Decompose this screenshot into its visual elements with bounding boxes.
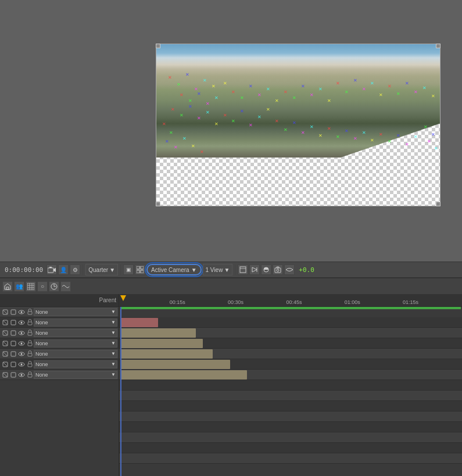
corner-handle-tr[interactable] <box>436 44 440 48</box>
layer-3-switch-1[interactable] <box>1 329 9 337</box>
layer-7-eye-icon[interactable] <box>17 371 26 379</box>
layer-row-7: None ▼ <box>0 370 119 380</box>
track-bar-4[interactable] <box>120 339 203 348</box>
settings-icon-btn[interactable]: ⚙ <box>70 264 80 275</box>
offset-display: +0.0 <box>296 266 317 274</box>
track-row-empty-5 <box>119 422 462 432</box>
timeline-grid-btn[interactable] <box>26 281 36 292</box>
svg-rect-81 <box>137 270 139 273</box>
track-bar-5[interactable] <box>120 349 213 359</box>
layer-3-parent-dropdown[interactable]: None ▼ <box>34 329 117 337</box>
track-bar-7[interactable] <box>120 370 247 380</box>
corner-handle-bl[interactable] <box>156 202 160 206</box>
svg-rect-92 <box>6 287 9 289</box>
track-area: 00:15s 00:30s 00:45s 01:00s 01:15s <box>119 294 462 476</box>
layer-2-lock-icon[interactable] <box>26 318 34 327</box>
layer-5-eye-icon[interactable] <box>17 350 26 358</box>
timeline-wave-btn[interactable] <box>60 281 71 292</box>
track-row-4 <box>119 338 462 349</box>
svg-rect-103 <box>11 310 16 314</box>
layer-1-switch-2[interactable] <box>9 308 17 316</box>
viewer-toolbar: 0:00:00:00 👤 ⚙ Quarter ▼ ▣ Acti <box>0 262 462 278</box>
camera-view-label: Active Camera <box>151 267 189 273</box>
layer-2-parent-chevron: ▼ <box>111 320 116 325</box>
layer-6-switch-1[interactable] <box>1 360 9 368</box>
layer-1-eye-icon[interactable] <box>17 308 26 316</box>
svg-rect-121 <box>11 341 16 346</box>
layer-7-parent-dropdown[interactable]: None ▼ <box>34 371 117 379</box>
playhead-marker[interactable] <box>120 295 126 301</box>
ruler-mark-15s: 00:15s <box>170 299 185 305</box>
layer-4-eye-icon[interactable] <box>17 339 26 348</box>
separator-1 <box>83 264 83 275</box>
layer-6-switch-2[interactable] <box>9 360 17 368</box>
svg-rect-112 <box>28 322 32 325</box>
layer-row-1: None ▼ <box>0 307 119 317</box>
svg-rect-124 <box>28 343 32 346</box>
track-row-empty-2 <box>119 391 462 401</box>
layer-5-lock-icon[interactable] <box>26 350 34 358</box>
svg-marker-77 <box>53 268 56 272</box>
track-bar-3[interactable] <box>120 328 196 338</box>
layer-7-lock-icon[interactable] <box>26 371 34 379</box>
active-camera-dropdown[interactable]: Active Camera ▼ <box>146 264 201 275</box>
layer-3-switch-2[interactable] <box>9 329 17 337</box>
circle-icon: ○ <box>41 283 44 289</box>
separator-2 <box>120 264 121 275</box>
layer-1-parent-dropdown[interactable]: None ▼ <box>34 308 117 316</box>
layer-7-switch-2[interactable] <box>9 371 17 379</box>
layer-7-switch-1[interactable] <box>1 371 9 379</box>
corner-handle-tl[interactable] <box>156 44 160 48</box>
snapshot-btn[interactable] <box>273 264 283 275</box>
svg-rect-90 <box>277 267 279 268</box>
ruler-mark-45s: 00:45s <box>286 299 302 305</box>
layer-2-switch-2[interactable] <box>9 318 17 327</box>
track-row-empty-1 <box>119 380 462 391</box>
layer-6-lock-icon[interactable] <box>26 360 34 368</box>
timeline-panel: 👥 ○ <box>0 278 462 476</box>
timeline-content: Parent None ▼ <box>0 294 462 476</box>
magnification-chevron: ▼ <box>109 267 115 273</box>
timeline-people-btn[interactable]: 👥 <box>14 281 24 292</box>
layer-5-switch-2[interactable] <box>9 350 17 358</box>
layer-row-6: None ▼ <box>0 359 119 370</box>
track-row-7 <box>119 370 462 380</box>
timeline-clock-btn[interactable] <box>49 281 59 292</box>
layer-4-switch-1[interactable] <box>1 339 9 348</box>
layer-5-parent-dropdown[interactable]: None ▼ <box>34 350 117 358</box>
layer-5-switch-1[interactable] <box>1 350 9 358</box>
camera-icon-btn[interactable] <box>46 264 57 275</box>
layer-3-lock-icon[interactable] <box>26 329 34 337</box>
resolution-icon-btn[interactable]: ▣ <box>123 264 134 275</box>
svg-rect-130 <box>28 353 32 356</box>
layer-3-eye-icon[interactable] <box>17 329 26 337</box>
timeline-circle-btn[interactable]: ○ <box>37 281 48 292</box>
magnification-dropdown[interactable]: Quarter ▼ <box>85 264 118 275</box>
exposure-btn[interactable] <box>261 264 271 275</box>
fast-preview-btn[interactable] <box>249 264 260 275</box>
view-count-label: 1 View <box>206 267 223 273</box>
render-settings-btn[interactable] <box>238 264 248 275</box>
layer-4-lock-icon[interactable] <box>26 339 34 348</box>
corner-handle-br[interactable] <box>436 202 440 206</box>
layer-2-eye-icon[interactable] <box>17 318 26 327</box>
layer-2-parent-dropdown[interactable]: None ▼ <box>34 318 117 327</box>
layer-1-lock-icon[interactable] <box>26 308 34 316</box>
layer-4-parent-dropdown[interactable]: None ▼ <box>34 339 117 348</box>
layer-1-switch-1[interactable] <box>1 308 9 316</box>
track-bar-2[interactable] <box>120 318 158 327</box>
timeline-home-btn[interactable] <box>2 281 13 292</box>
layer-panel: Parent None ▼ <box>0 294 119 476</box>
motion-blur-btn[interactable] <box>284 264 295 275</box>
view-count-dropdown[interactable]: 1 View ▼ <box>203 264 233 275</box>
track-bar-6[interactable] <box>120 360 230 369</box>
svg-rect-88 <box>275 268 281 273</box>
person-icon-btn[interactable]: 👤 <box>58 264 69 275</box>
layer-4-switch-2[interactable] <box>9 339 17 348</box>
grid-icon-btn[interactable] <box>135 264 145 275</box>
layer-6-eye-icon[interactable] <box>17 360 26 368</box>
layer-2-switch-1[interactable] <box>1 318 9 327</box>
track-row-empty-3 <box>119 401 462 411</box>
layer-6-parent-dropdown[interactable]: None ▼ <box>34 360 117 368</box>
layer-header: Parent <box>0 294 119 307</box>
